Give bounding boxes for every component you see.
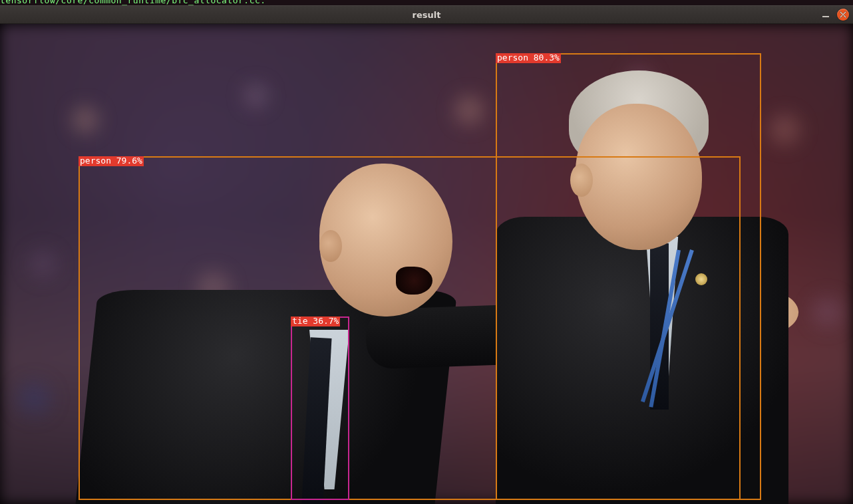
close-button[interactable] bbox=[837, 9, 849, 21]
minimize-icon bbox=[821, 10, 830, 19]
bbox-person-1: person 79.6% bbox=[79, 156, 741, 500]
minimize-button[interactable] bbox=[821, 10, 830, 19]
bbox-label: person 79.6% bbox=[79, 156, 144, 166]
window-title: result bbox=[413, 10, 441, 20]
svg-rect-0 bbox=[822, 16, 829, 17]
image-viewport: person 80.3%person 79.6%tie 36.7% bbox=[0, 24, 853, 504]
terminal-fragment: tensorflow/core/common_runtime/bfc_alloc… bbox=[0, 0, 853, 3]
bbox-label: tie 36.7% bbox=[291, 316, 340, 326]
window-controls bbox=[821, 9, 849, 21]
window-titlebar: result bbox=[0, 5, 853, 24]
bbox-label: person 80.3% bbox=[496, 53, 561, 63]
background-terminal-strip: tensorflow/core/common_runtime/bfc_alloc… bbox=[0, 0, 853, 5]
bbox-tie-2: tie 36.7% bbox=[291, 316, 349, 500]
close-icon bbox=[840, 11, 846, 18]
